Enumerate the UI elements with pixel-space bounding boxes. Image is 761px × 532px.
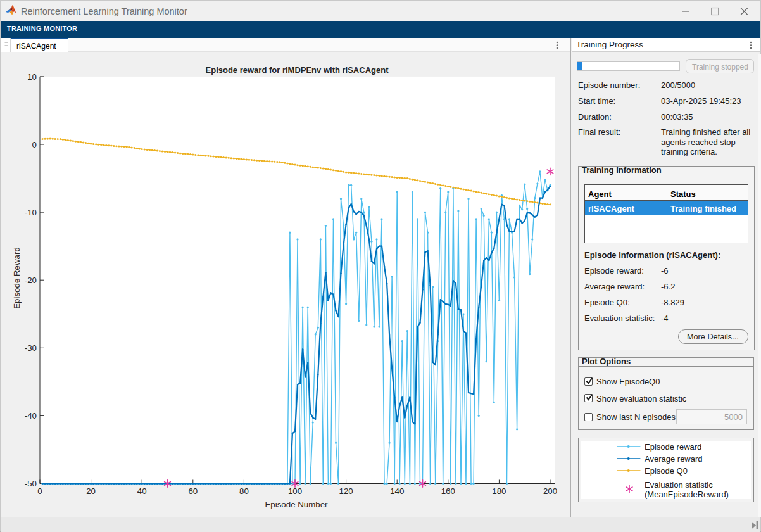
svg-text:80: 80 (239, 486, 249, 496)
svg-text:-30: -30 (25, 343, 37, 353)
svg-text:40: 40 (137, 486, 147, 496)
svg-text:60: 60 (188, 486, 198, 496)
svg-text:200: 200 (543, 486, 557, 496)
svg-text:10: 10 (27, 72, 37, 82)
svg-text:-10: -10 (25, 208, 37, 217)
svg-text:Episode Number: Episode Number (265, 500, 328, 509)
svg-text:180: 180 (492, 486, 506, 496)
svg-text:-20: -20 (25, 276, 37, 285)
svg-text:160: 160 (441, 486, 455, 496)
svg-text:Episode Reward: Episode Reward (12, 247, 22, 309)
svg-text:20: 20 (86, 486, 96, 496)
svg-text:120: 120 (339, 486, 353, 496)
svg-text:0: 0 (32, 140, 37, 149)
svg-text:-50: -50 (25, 479, 37, 488)
svg-text:140: 140 (390, 486, 404, 496)
svg-text:0: 0 (37, 486, 42, 496)
svg-text:-40: -40 (25, 411, 37, 421)
svg-text:Episode reward for rlMDPEnv wi: Episode reward for rlMDPEnv with rlSACAg… (206, 65, 389, 75)
